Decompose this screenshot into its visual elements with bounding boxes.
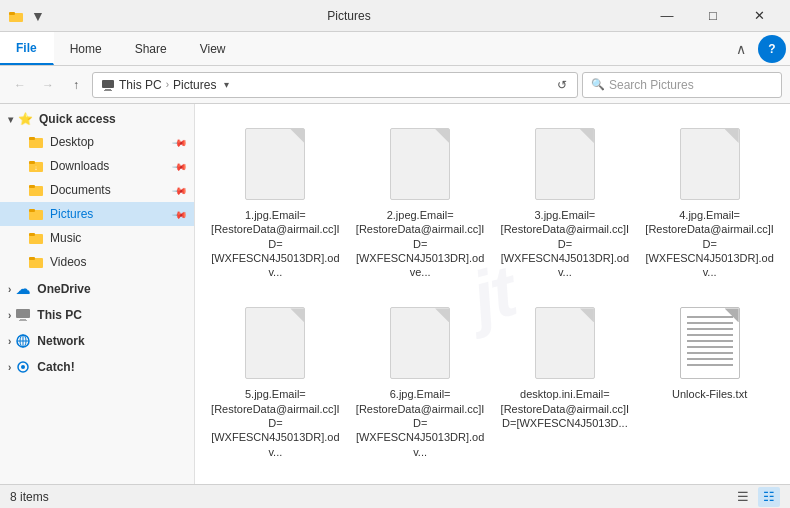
file-item[interactable]: 6.jpg.Email=[RestoreData@airmail.cc]ID=[…	[352, 295, 489, 466]
file-icon-container	[670, 124, 750, 204]
network-icon	[15, 333, 31, 349]
search-icon: 🔍	[591, 78, 605, 91]
grid-view-button[interactable]: ☷	[758, 487, 780, 507]
pin-icon: 📌	[172, 158, 188, 174]
title-bar-quick-access-icon[interactable]: ▼	[30, 8, 46, 24]
forward-button[interactable]: →	[36, 73, 60, 97]
up-button[interactable]: ↑	[64, 73, 88, 97]
pictures-folder-icon	[28, 206, 44, 222]
file-icon-fold	[725, 129, 739, 143]
svg-rect-13	[29, 209, 35, 212]
pc-icon	[15, 307, 31, 323]
refresh-button[interactable]: ↺	[555, 78, 569, 92]
title-bar-title: Pictures	[54, 9, 644, 23]
sidebar-downloads-label: Downloads	[50, 159, 170, 173]
onedrive-arrow: ›	[8, 284, 11, 295]
sidebar-pictures-label: Pictures	[50, 207, 170, 221]
tab-file[interactable]: File	[0, 32, 54, 65]
ribbon-expand-button[interactable]: ∧	[728, 32, 754, 65]
file-icon-fold	[435, 308, 449, 322]
tab-view[interactable]: View	[184, 32, 243, 65]
sidebar: ▾ ⭐ Quick access Desktop 📌 ↓ Downloads 📌	[0, 104, 195, 484]
file-icon-container	[380, 124, 460, 204]
path-segment-this-pc[interactable]: This PC	[119, 78, 162, 92]
file-icon-container	[525, 303, 605, 383]
videos-folder-icon	[28, 254, 44, 270]
sidebar-item-desktop[interactable]: Desktop 📌	[0, 130, 194, 154]
tab-home[interactable]: Home	[54, 32, 119, 65]
file-name: 1.jpg.Email=[RestoreData@airmail.cc]ID=[…	[211, 208, 340, 279]
file-item[interactable]: 3.jpg.Email=[RestoreData@airmail.cc]ID=[…	[497, 116, 634, 287]
sidebar-section-onedrive-header[interactable]: › ☁ OneDrive	[0, 278, 194, 300]
sidebar-section-quick-access: ▾ ⭐ Quick access Desktop 📌 ↓ Downloads 📌	[0, 108, 194, 274]
sidebar-item-downloads[interactable]: ↓ Downloads 📌	[0, 154, 194, 178]
address-bar: ← → ↑ This PC › Pictures ▾ ↺ 🔍 Search Pi…	[0, 66, 790, 104]
back-button[interactable]: ←	[8, 73, 32, 97]
ribbon-help-button[interactable]: ?	[758, 35, 786, 63]
file-icon-fold	[435, 129, 449, 143]
downloads-folder-icon: ↓	[28, 158, 44, 174]
maximize-button[interactable]: □	[690, 0, 736, 32]
address-path[interactable]: This PC › Pictures ▾ ↺	[92, 72, 578, 98]
sidebar-section-network-header[interactable]: › Network	[0, 330, 194, 352]
ribbon: File Home Share View ∧ ?	[0, 32, 790, 66]
catch-arrow: ›	[8, 362, 11, 373]
file-icon-fold	[580, 129, 594, 143]
generic-file-icon	[390, 128, 450, 200]
file-item[interactable]: 5.jpg.Email=[RestoreData@airmail.cc]ID=[…	[207, 295, 344, 466]
svg-rect-1	[9, 12, 15, 15]
sidebar-documents-label: Documents	[50, 183, 170, 197]
sidebar-item-pictures[interactable]: Pictures 📌	[0, 202, 194, 226]
file-name: desktop.ini.Email=[RestoreData@airmail.c…	[501, 387, 630, 430]
file-item[interactable]: 1.jpg.Email=[RestoreData@airmail.cc]ID=[…	[207, 116, 344, 287]
sidebar-section-catch: › Catch!	[0, 356, 194, 378]
generic-file-icon	[390, 307, 450, 379]
sidebar-item-documents[interactable]: Documents 📌	[0, 178, 194, 202]
file-item[interactable]: desktop.ini.Email=[RestoreData@airmail.c…	[497, 295, 634, 466]
title-bar-controls: — □ ✕	[644, 0, 782, 32]
cloud-icon: ☁	[15, 281, 31, 297]
file-item[interactable]: Unlock-Files.txt	[641, 295, 778, 466]
path-segment-pictures[interactable]: Pictures	[173, 78, 216, 92]
network-arrow: ›	[8, 336, 11, 347]
status-bar: 8 items ☰ ☷	[0, 484, 790, 508]
txt-file-icon	[680, 307, 740, 379]
sidebar-item-music[interactable]: Music	[0, 226, 194, 250]
file-item[interactable]: 2.jpeg.Email=[RestoreData@airmail.cc]ID=…	[352, 116, 489, 287]
svg-rect-20	[19, 320, 27, 321]
search-box[interactable]: 🔍 Search Pictures	[582, 72, 782, 98]
sidebar-section-this-pc-header[interactable]: › This PC	[0, 304, 194, 326]
documents-folder-icon	[28, 182, 44, 198]
file-icon-container	[670, 303, 750, 383]
sidebar-section-quick-access-header[interactable]: ▾ ⭐ Quick access	[0, 108, 194, 130]
view-controls: ☰ ☷	[732, 487, 780, 507]
tab-share[interactable]: Share	[119, 32, 184, 65]
sidebar-item-videos[interactable]: Videos	[0, 250, 194, 274]
folder-icon	[28, 134, 44, 150]
generic-file-icon	[535, 128, 595, 200]
svg-point-26	[21, 365, 25, 369]
file-icon-fold	[290, 308, 304, 322]
file-icon-container	[235, 303, 315, 383]
sidebar-desktop-label: Desktop	[50, 135, 170, 149]
close-button[interactable]: ✕	[736, 0, 782, 32]
pin-icon: 📌	[172, 134, 188, 150]
catch-icon	[15, 359, 31, 375]
svg-rect-2	[102, 80, 114, 88]
computer-icon	[101, 78, 115, 92]
file-name: 5.jpg.Email=[RestoreData@airmail.cc]ID=[…	[211, 387, 340, 458]
file-icon-fold	[580, 308, 594, 322]
path-dropdown-button[interactable]: ▾	[220, 79, 233, 90]
file-area: jt 1.jpg.Email=[RestoreData@airmail.cc]I…	[195, 104, 790, 484]
svg-rect-11	[29, 185, 35, 188]
list-view-button[interactable]: ☰	[732, 487, 754, 507]
file-name: 6.jpg.Email=[RestoreData@airmail.cc]ID=[…	[356, 387, 485, 458]
title-bar-menu-icon	[8, 8, 24, 24]
title-bar: ▼ Pictures — □ ✕	[0, 0, 790, 32]
sidebar-section-catch-header[interactable]: › Catch!	[0, 356, 194, 378]
file-name: 2.jpeg.Email=[RestoreData@airmail.cc]ID=…	[356, 208, 485, 279]
file-item[interactable]: 4.jpg.Email=[RestoreData@airmail.cc]ID=[…	[641, 116, 778, 287]
this-pc-label: This PC	[37, 308, 82, 322]
minimize-button[interactable]: —	[644, 0, 690, 32]
svg-rect-15	[29, 233, 35, 236]
